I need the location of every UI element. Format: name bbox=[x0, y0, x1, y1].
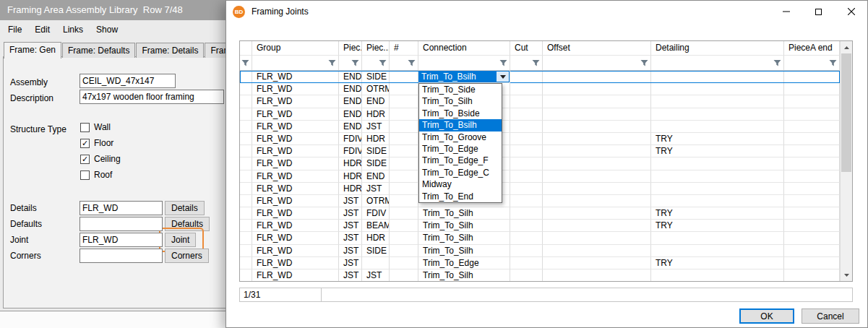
table-cell[interactable]: FLR_WD bbox=[252, 195, 339, 207]
row-selector[interactable] bbox=[240, 183, 252, 195]
table-cell[interactable] bbox=[510, 257, 543, 269]
table-cell[interactable] bbox=[510, 83, 543, 95]
menu-show[interactable]: Show bbox=[90, 22, 124, 37]
table-cell[interactable]: FLR_WD bbox=[252, 133, 339, 145]
table-cell[interactable] bbox=[651, 269, 784, 281]
table-cell[interactable]: HDR bbox=[339, 171, 362, 183]
column-header[interactable] bbox=[240, 41, 252, 56]
row-selector[interactable] bbox=[240, 257, 252, 269]
column-header[interactable]: Detailing bbox=[651, 41, 784, 56]
table-cell[interactable] bbox=[510, 220, 543, 232]
table-cell[interactable]: FLR_WD bbox=[252, 257, 339, 269]
table-cell[interactable]: FDIV bbox=[362, 207, 390, 220]
table-cell[interactable] bbox=[510, 108, 543, 121]
table-cell[interactable] bbox=[510, 121, 543, 133]
column-filter[interactable] bbox=[418, 56, 510, 70]
table-cell[interactable] bbox=[510, 207, 543, 220]
table-cell[interactable] bbox=[390, 95, 418, 108]
table-cell[interactable] bbox=[543, 232, 651, 244]
table-cell[interactable] bbox=[543, 133, 651, 145]
table-row[interactable]: FLR_WDENDHDR bbox=[240, 108, 840, 121]
table-row[interactable]: FLR_WDHDREND bbox=[240, 171, 840, 183]
table-cell[interactable]: FLR_WD bbox=[252, 83, 339, 95]
connection-combobox[interactable]: Trim_To_Bsilh bbox=[418, 71, 510, 82]
table-cell[interactable] bbox=[510, 195, 543, 207]
row-selector[interactable] bbox=[240, 232, 252, 244]
table-cell[interactable] bbox=[651, 183, 784, 195]
table-cell[interactable]: TRY bbox=[651, 257, 784, 269]
table-cell[interactable]: TRY bbox=[651, 145, 784, 157]
table-cell[interactable] bbox=[784, 195, 840, 207]
table-row[interactable]: FLR_WDJSTOTRM bbox=[240, 195, 840, 207]
column-header[interactable]: Cut bbox=[510, 41, 543, 56]
table-cell[interactable] bbox=[510, 232, 543, 244]
table-cell[interactable] bbox=[510, 183, 543, 195]
table-cell[interactable]: FDIV bbox=[339, 133, 362, 145]
cancel-button[interactable]: Cancel bbox=[802, 308, 859, 324]
table-cell[interactable] bbox=[510, 269, 543, 281]
table-cell[interactable] bbox=[543, 71, 651, 83]
vertical-scrollbar[interactable] bbox=[840, 41, 852, 281]
row-selector[interactable] bbox=[240, 220, 252, 232]
table-cell[interactable]: Trim_To_Silh bbox=[418, 245, 510, 257]
table-cell[interactable]: JST bbox=[339, 232, 362, 244]
table-cell[interactable] bbox=[784, 220, 840, 232]
table-cell[interactable] bbox=[784, 157, 840, 170]
table-cell[interactable]: SIDE bbox=[362, 157, 390, 170]
column-filter[interactable] bbox=[252, 56, 339, 70]
dropdown-item[interactable]: Trim_To_Silh bbox=[419, 95, 502, 107]
table-cell[interactable]: FDIV bbox=[339, 145, 362, 157]
table-cell[interactable]: FLR_WD bbox=[252, 145, 339, 157]
table-cell[interactable] bbox=[651, 232, 784, 244]
table-cell[interactable] bbox=[390, 195, 418, 207]
table-cell[interactable]: FLR_WD bbox=[252, 121, 339, 133]
table-cell[interactable]: END bbox=[339, 108, 362, 121]
table-cell[interactable] bbox=[784, 183, 840, 195]
corners-button[interactable]: Corners bbox=[165, 249, 209, 263]
dropdown-item[interactable]: Trim_To_Edge bbox=[419, 143, 502, 155]
checkbox-ceiling[interactable]: ✓ bbox=[80, 155, 90, 164]
table-row[interactable]: FLR_WDJSTHDRTrim_To_Silh bbox=[240, 232, 840, 244]
table-cell[interactable]: TRY bbox=[651, 220, 784, 232]
table-cell[interactable]: SIDE bbox=[362, 145, 390, 157]
column-filter[interactable] bbox=[362, 56, 390, 70]
column-header[interactable]: Piec... bbox=[362, 41, 390, 56]
filter-funnel-icon[interactable] bbox=[328, 59, 336, 67]
dropdown-item[interactable]: Trim_To_Edge_C bbox=[419, 167, 502, 178]
table-cell[interactable]: END bbox=[339, 71, 362, 83]
row-selector[interactable] bbox=[240, 245, 252, 257]
table-cell[interactable]: Trim_To_Silh bbox=[418, 207, 510, 220]
table-cell[interactable] bbox=[651, 121, 784, 133]
table-cell[interactable] bbox=[543, 183, 651, 195]
row-selector[interactable] bbox=[240, 269, 252, 281]
column-filter[interactable] bbox=[339, 56, 362, 70]
table-cell[interactable]: JST bbox=[339, 245, 362, 257]
row-selector[interactable] bbox=[240, 195, 252, 207]
table-row[interactable]: FLR_WDFDIVHDRTRY bbox=[240, 133, 840, 145]
close-icon[interactable] bbox=[835, 1, 867, 22]
table-cell[interactable]: JST bbox=[339, 195, 362, 207]
assembly-input[interactable] bbox=[80, 74, 176, 88]
table-cell[interactable]: HDR bbox=[362, 108, 390, 121]
table-cell[interactable]: BEAM bbox=[362, 220, 390, 232]
table-cell[interactable]: FLR_WD bbox=[252, 232, 339, 244]
table-cell[interactable]: SIDE bbox=[362, 71, 390, 83]
table-cell[interactable]: FLR_WD bbox=[252, 71, 339, 83]
table-cell[interactable] bbox=[543, 207, 651, 220]
table-cell[interactable]: JST bbox=[339, 257, 362, 269]
table-cell[interactable]: TRY bbox=[651, 133, 784, 145]
row-selector[interactable] bbox=[240, 108, 252, 121]
scrollbar-thumb[interactable] bbox=[841, 53, 851, 172]
table-cell[interactable] bbox=[390, 145, 418, 157]
checkbox-roof[interactable] bbox=[80, 171, 90, 180]
table-cell[interactable] bbox=[784, 121, 840, 133]
table-cell[interactable]: JST bbox=[339, 207, 362, 220]
table-row[interactable]: FLR_WDFDIVSIDETRY bbox=[240, 145, 840, 157]
menu-edit[interactable]: Edit bbox=[28, 22, 56, 37]
table-cell[interactable] bbox=[543, 257, 651, 269]
table-cell[interactable] bbox=[784, 133, 840, 145]
filter-funnel-icon[interactable] bbox=[640, 59, 648, 67]
table-cell[interactable]: Trim_To_Edge bbox=[418, 257, 510, 269]
table-cell[interactable]: END bbox=[362, 95, 390, 108]
table-cell[interactable]: FLR_WD bbox=[252, 157, 339, 170]
